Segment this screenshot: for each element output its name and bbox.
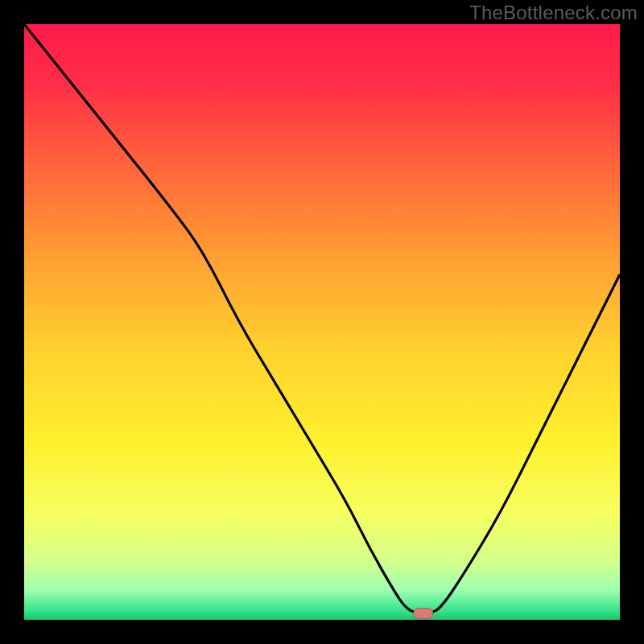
gradient-background	[24, 24, 620, 620]
bottleneck-chart	[24, 24, 620, 620]
optimum-marker	[414, 609, 433, 619]
watermark-text: TheBottleneck.com	[469, 2, 638, 24]
plot-area	[24, 24, 620, 620]
chart-frame: TheBottleneck.com	[0, 0, 644, 644]
